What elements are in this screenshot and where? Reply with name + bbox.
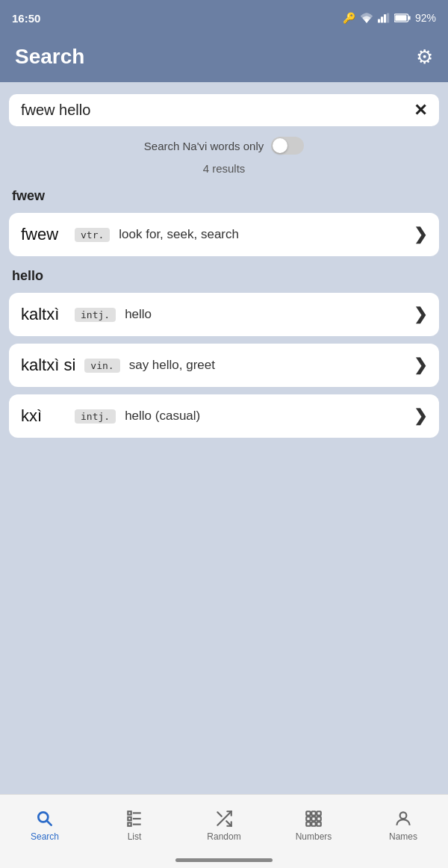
- def-kaltxi: hello: [125, 307, 405, 322]
- results-count: 4 results: [9, 161, 439, 178]
- svg-rect-22: [311, 822, 315, 825]
- svg-point-24: [400, 812, 407, 819]
- svg-rect-13: [128, 822, 131, 825]
- tag-kxi: intj.: [75, 409, 116, 424]
- svg-rect-21: [306, 822, 310, 825]
- svg-rect-16: [311, 811, 315, 815]
- list-nav-icon: [125, 807, 144, 828]
- svg-rect-2: [384, 14, 386, 22]
- result-card-kaltxi-si[interactable]: kaltxì si vin. say hello, greet ❯: [9, 344, 439, 387]
- random-nav-icon: [214, 807, 234, 828]
- def-kaltxi-si: say hello, greet: [129, 358, 405, 373]
- battery-level: 92%: [415, 12, 436, 24]
- settings-icon[interactable]: ⚙: [416, 46, 433, 69]
- names-nav-icon: [393, 807, 413, 828]
- svg-rect-20: [317, 816, 320, 820]
- app-header: Search ⚙: [0, 36, 448, 82]
- def-kxi: hello (casual): [125, 409, 405, 424]
- svg-line-8: [47, 821, 52, 825]
- word-kaltxi-si: kaltxì si: [21, 356, 75, 375]
- result-card-fwew[interactable]: fwew vtr. look for, seek, search ❯: [9, 213, 439, 256]
- chevron-kaltxi: ❯: [414, 305, 427, 324]
- bottom-nav: Search List Random: [0, 794, 448, 854]
- word-kaltxi: kaltxì: [21, 305, 66, 324]
- signal-icon: [378, 13, 390, 23]
- result-card-kaltxi[interactable]: kaltxì intj. hello ❯: [9, 293, 439, 336]
- chevron-fwew: ❯: [414, 225, 427, 244]
- svg-rect-23: [317, 822, 320, 825]
- section-header-fwew: fwew: [9, 184, 439, 207]
- svg-rect-15: [306, 811, 310, 815]
- navi-only-toggle[interactable]: [271, 137, 304, 155]
- tag-kaltxi: intj.: [75, 308, 116, 322]
- main-content: ✕ Search Na'vi words only 4 results fwew…: [0, 82, 448, 794]
- status-time: 16:50: [12, 12, 40, 25]
- svg-rect-1: [381, 16, 383, 22]
- word-kxi: kxì: [21, 406, 66, 426]
- toggle-row: Search Na'vi words only: [9, 132, 439, 155]
- tag-kaltxi-si: vin.: [84, 359, 119, 373]
- page-title: Search: [15, 45, 84, 69]
- nav-random-label: Random: [207, 831, 240, 842]
- search-nav-icon: [35, 807, 55, 828]
- chevron-kaltxi-si: ❯: [414, 356, 427, 375]
- wifi-icon: [360, 13, 373, 23]
- key-icon: 🔑: [343, 12, 355, 24]
- home-indicator: [0, 854, 448, 868]
- nav-numbers[interactable]: Numbers: [269, 795, 358, 854]
- status-right: 🔑 92%: [343, 12, 436, 24]
- tag-fwew: vtr.: [75, 228, 110, 242]
- chevron-kxi: ❯: [414, 406, 427, 426]
- section-header-hello: hello: [9, 264, 439, 287]
- search-input[interactable]: [21, 102, 408, 119]
- home-bar: [175, 858, 273, 862]
- svg-rect-5: [408, 16, 411, 19]
- nav-names-label: Names: [389, 831, 417, 842]
- nav-search-label: Search: [31, 831, 59, 842]
- nav-names[interactable]: Names: [358, 795, 448, 854]
- svg-rect-6: [395, 15, 406, 21]
- def-fwew: look for, seek, search: [119, 227, 405, 242]
- battery-icon: [394, 13, 411, 22]
- search-input-wrapper: ✕: [9, 94, 439, 126]
- nav-search[interactable]: Search: [0, 795, 90, 854]
- svg-rect-9: [128, 811, 131, 814]
- result-card-kxi[interactable]: kxì intj. hello (casual) ❯: [9, 394, 439, 438]
- nav-numbers-label: Numbers: [296, 831, 332, 842]
- svg-rect-0: [378, 19, 380, 23]
- status-bar: 16:50 🔑 92%: [0, 0, 448, 36]
- svg-rect-11: [128, 817, 131, 820]
- numbers-nav-icon: [304, 807, 323, 828]
- svg-rect-18: [306, 816, 310, 820]
- svg-rect-17: [317, 811, 320, 815]
- toggle-label: Search Na'vi words only: [144, 140, 264, 152]
- nav-list-label: List: [128, 831, 142, 842]
- word-fwew: fwew: [21, 225, 66, 244]
- svg-rect-3: [387, 13, 389, 23]
- svg-rect-19: [311, 816, 315, 820]
- nav-random[interactable]: Random: [179, 795, 269, 854]
- nav-list[interactable]: List: [90, 795, 179, 854]
- clear-button[interactable]: ✕: [414, 102, 427, 119]
